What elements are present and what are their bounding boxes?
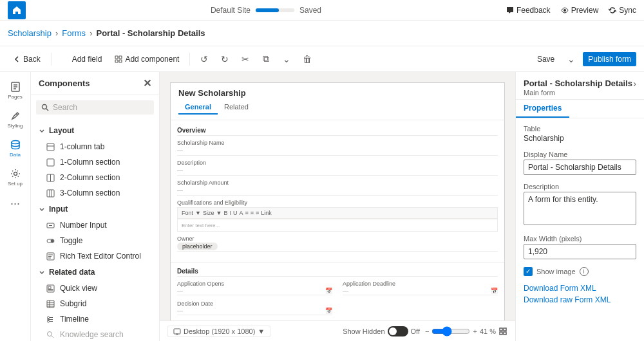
nav-pages-label: Pages [8,94,23,100]
right-tab-properties[interactable]: Properties [516,100,569,118]
svg-point-10 [12,141,19,144]
device-selector[interactable]: Desktop (1920 x 1080) ▼ [167,326,270,337]
comp-quick-view[interactable]: Quick view [31,281,159,296]
svg-rect-31 [48,286,51,289]
svg-rect-3 [115,60,118,62]
overview-label: Overview [177,127,498,136]
related-label: Related data [49,268,95,277]
nav-setup[interactable]: Set up [3,164,28,190]
comp-1-column-tab[interactable]: 1-column tab [31,139,159,154]
right-panel-header: Portal - Scholarship Details Main form › [516,72,644,100]
svg-point-41 [48,320,50,322]
max-width-input[interactable] [524,244,636,259]
delete-button[interactable]: 🗑 [298,50,316,68]
comp-toggle[interactable]: Toggle [31,233,159,248]
redo-button[interactable]: ↻ [216,50,234,68]
back-button[interactable]: Back [8,52,46,66]
zoom-out-icon[interactable]: − [425,327,429,335]
sync-button[interactable]: Sync [609,6,636,15]
search-placeholder: Search [53,103,77,112]
svg-rect-32 [48,290,53,290]
device-dropdown-icon: ▼ [258,327,265,335]
breadcrumb-forms[interactable]: Forms [62,28,86,38]
canvas-inner: New Scholarship General Related Overview… [160,72,515,320]
comp-label: 3-Column section [60,189,120,198]
description-textarea[interactable]: A form for this entity. [524,192,636,225]
publish-form-button[interactable]: Publish form [583,52,636,66]
expand-icon[interactable]: › [633,78,636,89]
comp-2-column-section[interactable]: 2-Column section [31,170,159,185]
cut-button[interactable]: ✂ [236,50,254,68]
nav-data[interactable]: Data [3,135,28,161]
show-image-label: Show image [536,268,576,275]
preview-button[interactable]: Preview [561,6,599,15]
svg-rect-4 [119,60,122,62]
svg-line-13 [46,109,48,111]
svg-point-12 [43,105,47,109]
form-tab-related[interactable]: Related [218,100,255,115]
field-label: Description [177,160,498,166]
prop-max-width: Max Width (pixels) [524,235,636,259]
left-nav: Pages Styling Data Set up ··· [0,72,31,341]
layout-section-header[interactable]: Layout [31,122,159,139]
components-close-icon[interactable]: ✕ [143,77,151,89]
copy-button[interactable]: ⧉ [257,50,275,68]
save-button[interactable]: Save [532,52,560,66]
breadcrumb-scholarship[interactable]: Scholarship [8,28,52,38]
display-name-input[interactable] [524,160,636,175]
details-label: Details [177,268,498,277]
breadcrumb-sep1: › [55,28,58,38]
form-preview: New Scholarship General Related Overview… [170,82,505,320]
zoom-slider[interactable] [431,326,470,336]
form-tab-general[interactable]: General [178,100,218,115]
more-button[interactable]: ⌄ [278,50,296,68]
download-form-xml-link[interactable]: Download Form XML [524,284,636,293]
comp-label: Number Input [60,221,107,230]
nav-more[interactable]: ··· [3,193,28,214]
comp-number-input[interactable]: Number Input [31,217,159,233]
comp-timeline[interactable]: Timeline [31,311,159,327]
comp-rich-text[interactable]: Rich Text Editor Control [31,248,159,264]
comp-label: 1-Column section [60,158,120,167]
related-section-header[interactable]: Related data [31,264,159,281]
undo-button[interactable]: ↺ [195,50,213,68]
download-raw-form-xml-link[interactable]: Download raw Form XML [524,295,636,304]
prop-display-name-label: Display Name [524,151,636,158]
comp-label: Knowledge search [60,330,124,339]
layout-label: Layout [49,126,74,135]
feedback-button[interactable]: Feedback [506,6,551,15]
top-bar-right: Feedback Preview Sync [506,6,636,15]
add-component-button[interactable]: Add component [109,52,184,66]
toggle-switch[interactable] [388,326,408,336]
top-bar: Default Site Saved Feedback Preview Sync [0,0,644,21]
zoom-plus-icon[interactable]: + [473,327,477,335]
nav-styling[interactable]: Styling [3,106,28,133]
comp-label: 1-column tab [60,142,104,151]
comp-subgrid[interactable]: Subgrid [31,296,159,311]
show-image-info-icon[interactable]: i [580,267,589,276]
rich-text-body[interactable]: Enter text here... [177,219,498,232]
svg-rect-51 [500,332,502,335]
show-image-checkbox[interactable]: ✓ [524,267,533,276]
svg-line-45 [52,336,53,338]
svg-point-11 [14,172,17,176]
comp-label: Toggle [60,236,82,245]
home-icon[interactable] [8,1,26,19]
fit-screen-icon[interactable] [498,327,507,336]
input-section-header[interactable]: Input [31,201,159,217]
search-box[interactable]: Search [36,100,154,115]
field-owner: Owner placeholder [177,235,498,252]
nav-setup-label: Set up [8,181,23,187]
prop-table: Table Scholarship [524,125,636,143]
nav-pages[interactable]: Pages [3,77,28,104]
comp-3-column-section[interactable]: 3-Column section [31,185,159,201]
comp-1-column-section[interactable]: 1-Column section [31,154,159,170]
device-label: Desktop (1920 x 1080) [184,327,255,335]
field-qualifications: Qualifications and Eligibility Font ▼ Si… [177,199,498,232]
toolbar-separator-2 [189,53,190,66]
show-hidden-toggle[interactable]: Show Hidden Off [343,326,420,336]
save-dropdown-button[interactable]: ⌄ [562,50,580,68]
add-field-button[interactable]: Add field [57,52,108,66]
toolbar-right: Save ⌄ Publish form [532,50,636,68]
form-header: New Scholarship General Related [171,83,504,120]
